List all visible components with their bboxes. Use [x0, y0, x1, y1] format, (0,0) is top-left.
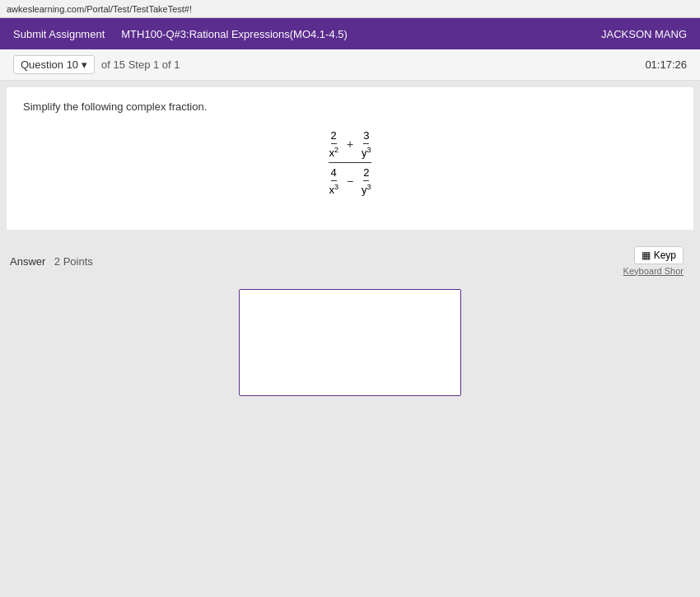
- term-2-over-y3: 2 y3: [362, 166, 371, 196]
- keypad-icon: ▦: [642, 250, 651, 261]
- url-text: awkeslearning.com/Portal/Test/TestTakeTe…: [7, 4, 192, 14]
- question-dropdown-label: Question 10: [21, 58, 78, 71]
- question-selector: Question 10 ▾ of 15 Step 1 of 1: [13, 55, 180, 74]
- keypad-button[interactable]: ▦ Keyp: [634, 246, 684, 264]
- num-2b: 2: [363, 166, 369, 181]
- step-info: of 15 Step 1 of 1: [101, 58, 180, 71]
- answer-label-group: Answer 2 Points: [10, 254, 93, 268]
- answer-label: Answer: [10, 255, 45, 268]
- sub-header: Question 10 ▾ of 15 Step 1 of 1 01:17:26: [0, 49, 700, 81]
- den-x2: x2: [329, 144, 338, 159]
- user-name: JACKSON MANG: [601, 28, 687, 40]
- complex-fraction-numerator: 2 x2 + 3 y3: [329, 129, 371, 163]
- question-instruction: Simplify the following complex fraction.: [23, 100, 677, 113]
- complex-fraction-denominator: 4 x3 − 2 y3: [329, 163, 371, 196]
- dropdown-arrow-icon: ▾: [82, 58, 87, 71]
- keyboard-shortcut-link[interactable]: Keyboard Shor: [623, 266, 684, 276]
- num-2: 2: [331, 129, 337, 144]
- term-4-over-x3: 4 x3: [329, 166, 338, 196]
- den-x3: x3: [329, 181, 338, 196]
- fraction-container: 2 x2 + 3 y3 4 x3: [23, 129, 677, 197]
- question-area: Simplify the following complex fraction.…: [7, 87, 693, 230]
- keypad-section: ▦ Keyp Keyboard Shor: [623, 246, 684, 276]
- header-bar: Submit Assignment MTH100-Q#3:Rational Ex…: [0, 18, 700, 49]
- answer-input-container: [7, 289, 693, 396]
- submit-assignment-button[interactable]: Submit Assignment: [13, 28, 105, 40]
- main-content: Simplify the following complex fraction.…: [0, 87, 700, 567]
- num-3: 3: [363, 129, 369, 144]
- answer-input-box[interactable]: [239, 289, 461, 396]
- assignment-title: MTH100-Q#3:Rational Expressions(MO4.1-4.…: [121, 28, 348, 40]
- num-4: 4: [331, 166, 337, 181]
- term-3-over-y3: 3 y3: [362, 129, 371, 159]
- den-y3: y3: [362, 144, 371, 159]
- term-2-over-x2: 2 x2: [329, 129, 338, 159]
- question-dropdown[interactable]: Question 10 ▾: [13, 55, 95, 74]
- answer-header: Answer 2 Points ▦ Keyp Keyboard Shor: [7, 243, 693, 282]
- points-label: 2 Points: [54, 255, 93, 268]
- keypad-button-label: Keyp: [654, 250, 676, 261]
- answer-area: Answer 2 Points ▦ Keyp Keyboard Shor: [7, 236, 693, 403]
- address-bar: awkeslearning.com/Portal/Test/TestTakeTe…: [0, 0, 700, 18]
- den-y3b: y3: [362, 181, 371, 196]
- plus-sign: +: [347, 138, 353, 151]
- header-left: Submit Assignment MTH100-Q#3:Rational Ex…: [13, 28, 348, 40]
- minus-sign: −: [347, 175, 353, 188]
- timer: 01:17:26: [645, 58, 687, 71]
- remaining-area: [0, 403, 700, 567]
- complex-fraction: 2 x2 + 3 y3 4 x3: [329, 129, 371, 197]
